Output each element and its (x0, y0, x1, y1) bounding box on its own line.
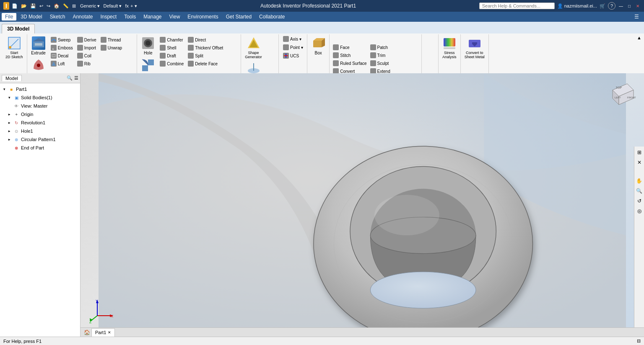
ruled-surface-button[interactable]: Ruled Surface (331, 59, 368, 67)
tree-item-part1[interactable]: ▾ ■ Part1 (0, 85, 80, 93)
help-icon[interactable]: ? (608, 2, 615, 10)
ucs-button[interactable]: UCS (281, 52, 301, 59)
part1-tab[interactable]: Part1 ✕ (91, 328, 115, 337)
axis-button[interactable]: Axis ▾ (281, 35, 303, 43)
quick-access-measure[interactable]: 📏 (62, 3, 70, 10)
tree-menu-btn[interactable]: ☰ (74, 75, 78, 81)
menu-annotate[interactable]: Annotate (69, 13, 96, 21)
face-button[interactable]: Face (331, 44, 368, 51)
svg-text:TOP: TOP (616, 86, 622, 89)
quick-access-open[interactable]: 📂 (20, 3, 28, 10)
close-btn[interactable]: ✕ (635, 3, 641, 9)
unwrap-button[interactable]: Unwrap (99, 44, 124, 51)
expand-solid-bodies[interactable]: ▾ (7, 95, 12, 100)
ribbon-tabs: 3D Model (0, 22, 644, 33)
thread-button[interactable]: Thread (99, 36, 124, 44)
menu-manage[interactable]: Manage (140, 13, 165, 21)
expand-part1[interactable]: ▾ (2, 87, 7, 91)
import-button[interactable]: Import (75, 44, 98, 51)
menu-file[interactable]: File (2, 13, 16, 21)
loft-button[interactable]: Loft (49, 60, 75, 67)
expand-hole1[interactable]: ▸ (7, 129, 12, 133)
tree-item-origin[interactable]: ▸ ✦ Origin (0, 110, 80, 118)
chamfer-button[interactable]: Chamfer (158, 36, 185, 44)
extrude-button[interactable]: Extrude (29, 35, 48, 57)
search-input[interactable] (479, 3, 555, 9)
svg-rect-27 (313, 41, 322, 47)
quick-access-undo[interactable]: ↩ (39, 3, 44, 10)
tab-model[interactable]: Model (2, 75, 22, 81)
convert-sheet-metal-button[interactable]: Convert toSheet Metal (462, 35, 487, 60)
direct-button[interactable]: Direct (186, 36, 225, 44)
tab-3dmodel[interactable]: 3D Model (2, 24, 35, 33)
tree-item-hole1[interactable]: ▸ ⊙ Hole1 (0, 127, 80, 135)
home-tab-button[interactable]: 🏠 (82, 328, 91, 337)
coil-button[interactable]: Coil (75, 52, 98, 59)
menu-get-started[interactable]: Get Started (223, 13, 255, 21)
overflow-btn[interactable]: ▾ (135, 3, 137, 9)
shape-generator-button[interactable]: ShapeGenerator (243, 35, 264, 60)
view-cube[interactable]: TOP LEFT FRONT (606, 77, 640, 111)
rtool-maximize[interactable]: ⊞ (635, 148, 644, 157)
quick-access-home[interactable]: 🏠 (53, 3, 60, 10)
emboss-label: Emboss (58, 46, 73, 50)
rtool-pan[interactable]: ✋ (635, 177, 644, 185)
menu-tools[interactable]: Tools (121, 13, 139, 21)
hole-label: Hole (144, 51, 153, 55)
split-button[interactable]: Split (186, 52, 225, 59)
point-button[interactable]: Point ▾ (281, 44, 305, 51)
shell-button[interactable]: Shell (158, 44, 185, 51)
part1-tab-close[interactable]: ✕ (108, 330, 111, 335)
tree-item-end-of-part[interactable]: ▸ ⊗ End of Part (0, 144, 80, 152)
user-account[interactable]: 👤 nazmiismail.ei... (557, 3, 597, 9)
status-resize[interactable]: ⊟ (637, 338, 641, 343)
stitch-button[interactable]: Stitch (331, 51, 368, 59)
expand-circular-pattern1[interactable]: ▸ (7, 137, 12, 142)
menu-sketch[interactable]: Sketch (47, 13, 69, 21)
viewport[interactable]: X Y Z TOP LEFT FRONT ⊞ ✕ ✋ 🔍 ↺ ◎ (80, 73, 644, 337)
tree-item-revolution1[interactable]: ▸ ↻ Revolution1 (0, 118, 80, 127)
maximize-btn[interactable]: □ (626, 3, 632, 9)
menu-view[interactable]: View (166, 13, 184, 21)
start-2d-sketch-button[interactable]: Start2D Sketch (3, 35, 25, 60)
combine-button[interactable]: Combine (158, 60, 185, 67)
trim-button[interactable]: Trim (369, 51, 392, 59)
decal-button[interactable]: Decal (49, 52, 75, 59)
quick-access-select[interactable]: ⊞ (71, 3, 77, 10)
draft-button[interactable]: Draft (158, 52, 185, 59)
expand-origin[interactable]: ▸ (7, 112, 12, 116)
quick-access-new[interactable]: 📄 (11, 3, 18, 10)
cart-icon[interactable]: 🛒 (600, 3, 605, 9)
menu-inspect[interactable]: Inspect (97, 13, 120, 21)
stress-analysis-button[interactable]: StressAnalysis (440, 35, 459, 60)
box-button[interactable]: Box (309, 35, 327, 57)
view-master-icon: 👁 (13, 103, 20, 109)
search-tree-btn[interactable]: 🔍 (67, 75, 73, 81)
thicken-button[interactable]: Thicken/ Offset (186, 44, 225, 51)
tree-item-circular-pattern1[interactable]: ▸ ⊛ Circular Pattern1 (0, 135, 80, 144)
quick-access-save[interactable]: 💾 (29, 3, 37, 10)
tree-item-solid-bodies[interactable]: ▾ ▣ Solid Bodies(1) (0, 93, 80, 102)
menu-3dmodel[interactable]: 3D Model (17, 13, 45, 21)
dropdown-default[interactable]: Default ▾ (103, 3, 122, 9)
rtool-close-view[interactable]: ✕ (635, 158, 644, 167)
derive-button[interactable]: Derive (75, 36, 98, 44)
rtool-look-at[interactable]: ◎ (635, 207, 644, 215)
rtool-orbit[interactable]: ↺ (635, 197, 644, 205)
emboss-button[interactable]: E Emboss (49, 44, 75, 51)
menu-collaborate[interactable]: Collaborate (256, 13, 288, 21)
expand-revolution1[interactable]: ▸ (7, 121, 12, 125)
minimize-btn[interactable]: — (618, 3, 624, 9)
sculpt-button[interactable]: Sculpt (369, 59, 392, 67)
quick-access-redo[interactable]: ↪ (46, 3, 51, 10)
hole-button[interactable]: Hole (139, 35, 157, 57)
rib-button[interactable]: Rib (75, 60, 98, 67)
help-dropdown[interactable]: ☰ (631, 13, 642, 21)
delete-face-button[interactable]: Delete Face (186, 60, 225, 67)
sweep-button[interactable]: Sweep (49, 36, 75, 44)
rtool-zoom[interactable]: 🔍 (635, 187, 644, 195)
tree-item-view-master[interactable]: ▸ 👁 View: Master (0, 102, 80, 110)
menu-environments[interactable]: Environments (184, 13, 221, 21)
dropdown-generic[interactable]: Generic ▾ (80, 3, 100, 9)
patch-button[interactable]: Patch (369, 44, 392, 51)
